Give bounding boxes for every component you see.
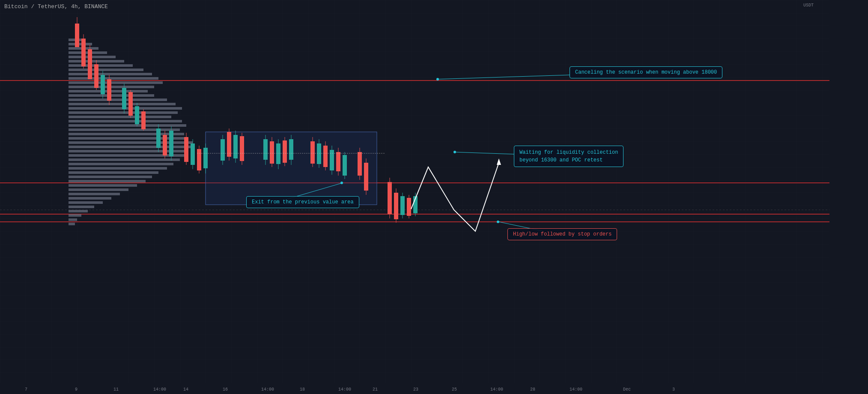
svg-rect-67: [128, 92, 133, 116]
svg-rect-17: [69, 77, 158, 80]
chart-header: Bitcoin / TetherUS, 4h, BINANCE: [4, 3, 108, 10]
svg-rect-121: [388, 182, 392, 214]
svg-rect-55: [81, 39, 86, 66]
svg-rect-41: [69, 180, 146, 182]
svg-rect-27: [69, 120, 182, 122]
svg-rect-37: [69, 163, 173, 165]
svg-rect-44: [69, 193, 120, 195]
svg-rect-28: [69, 124, 186, 127]
svg-rect-117: [358, 152, 362, 176]
svg-rect-18: [69, 81, 163, 84]
svg-rect-123: [394, 193, 398, 219]
svg-rect-43: [69, 188, 128, 191]
svg-rect-63: [107, 79, 111, 101]
svg-rect-25: [69, 111, 178, 114]
svg-text:14:00: 14:00: [570, 387, 582, 392]
svg-point-136: [340, 182, 343, 184]
svg-rect-1: [0, 0, 829, 383]
annotation-high-low-stop: High/low followed by stop orders: [507, 228, 617, 240]
svg-rect-36: [69, 158, 180, 161]
svg-rect-48: [69, 210, 88, 212]
svg-rect-127: [407, 198, 411, 216]
svg-text:11: 11: [113, 387, 119, 392]
svg-rect-87: [221, 139, 225, 161]
chart-title: Bitcoin / TetherUS, 4h, BINANCE: [4, 3, 108, 10]
svg-rect-101: [283, 140, 287, 163]
svg-text:USDT: USDT: [803, 3, 814, 8]
x-axis-labels: 7 9 11 14:00 14 16 14:00 18 14:00 21 23 …: [25, 387, 675, 392]
svg-rect-107: [317, 143, 321, 164]
svg-text:14:00: 14:00: [338, 387, 351, 392]
svg-text:23: 23: [413, 387, 418, 392]
svg-rect-103: [289, 139, 293, 160]
svg-rect-109: [323, 146, 328, 167]
annotation-exit-value-area: Exit from the previous value area: [246, 196, 359, 208]
svg-rect-51: [69, 223, 75, 225]
annotation-cancel-scenario: Canceling the scenario when moving above…: [570, 66, 722, 78]
svg-text:14: 14: [183, 387, 188, 392]
svg-text:18: 18: [300, 387, 305, 392]
svg-rect-69: [135, 106, 139, 124]
svg-text:9: 9: [75, 387, 78, 392]
svg-rect-71: [141, 111, 146, 129]
svg-text:28: 28: [530, 387, 535, 392]
svg-rect-95: [263, 139, 268, 160]
svg-rect-61: [101, 75, 105, 94]
svg-text:14:00: 14:00: [153, 387, 166, 392]
svg-rect-50: [69, 218, 77, 221]
svg-rect-73: [156, 128, 161, 148]
svg-rect-79: [184, 137, 188, 162]
svg-rect-22: [69, 98, 167, 101]
svg-rect-97: [270, 141, 274, 164]
svg-rect-65: [122, 88, 126, 109]
svg-rect-16: [69, 73, 152, 75]
svg-rect-113: [336, 152, 340, 171]
svg-rect-99: [276, 143, 280, 164]
svg-rect-42: [69, 184, 137, 187]
svg-text:25: 25: [452, 387, 457, 392]
svg-rect-115: [343, 155, 347, 176]
svg-text:14:00: 14:00: [490, 387, 503, 392]
svg-rect-125: [400, 196, 405, 215]
chart-container: Bitcoin / TetherUS, 4h, BINANCE: [0, 0, 868, 394]
svg-rect-29: [69, 128, 180, 131]
svg-rect-14: [69, 64, 133, 67]
svg-rect-9: [69, 43, 92, 45]
svg-rect-40: [69, 176, 152, 178]
svg-rect-81: [191, 143, 195, 165]
svg-rect-111: [330, 150, 334, 170]
svg-rect-75: [163, 135, 167, 155]
svg-rect-32: [69, 141, 193, 144]
svg-rect-91: [233, 135, 238, 158]
svg-rect-85: [203, 148, 208, 168]
svg-rect-77: [169, 131, 173, 156]
svg-point-138: [497, 221, 499, 223]
svg-rect-45: [69, 197, 111, 200]
svg-text:21: 21: [373, 387, 378, 392]
chart-svg: 7 9 11 14:00 14 16 14:00 18 14:00 21 23 …: [0, 0, 829, 394]
svg-text:3: 3: [672, 387, 675, 392]
svg-rect-59: [94, 64, 98, 88]
svg-text:Dec: Dec: [623, 387, 631, 392]
svg-text:16: 16: [223, 387, 228, 392]
svg-rect-46: [69, 201, 103, 204]
svg-point-134: [453, 151, 456, 153]
svg-point-132: [436, 78, 439, 81]
svg-rect-38: [69, 167, 167, 170]
svg-text:14:00: 14:00: [261, 387, 274, 392]
svg-rect-57: [88, 49, 92, 79]
annotation-liquidity: Waiting for liquidity collection beyond …: [514, 146, 623, 167]
svg-rect-105: [310, 141, 315, 164]
svg-rect-39: [69, 171, 158, 174]
svg-rect-47: [69, 206, 94, 208]
svg-rect-49: [69, 214, 81, 217]
svg-rect-35: [69, 154, 186, 157]
svg-rect-53: [75, 24, 79, 47]
svg-rect-83: [197, 149, 201, 170]
svg-rect-89: [227, 132, 231, 157]
svg-rect-26: [69, 116, 171, 118]
svg-text:7: 7: [25, 387, 27, 392]
svg-rect-93: [240, 136, 244, 161]
svg-rect-15: [69, 69, 143, 71]
svg-rect-119: [364, 163, 368, 191]
